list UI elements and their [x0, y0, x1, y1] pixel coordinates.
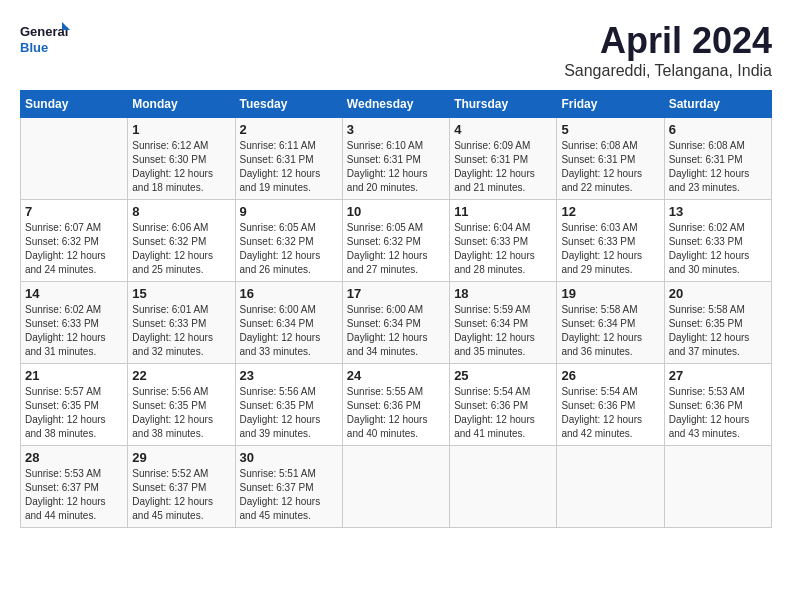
day-info: Sunrise: 6:06 AM Sunset: 6:32 PM Dayligh… [132, 221, 230, 277]
day-info: Sunrise: 5:53 AM Sunset: 6:36 PM Dayligh… [669, 385, 767, 441]
day-info: Sunrise: 6:05 AM Sunset: 6:32 PM Dayligh… [240, 221, 338, 277]
calendar-cell: 30Sunrise: 5:51 AM Sunset: 6:37 PM Dayli… [235, 446, 342, 528]
calendar-cell: 7Sunrise: 6:07 AM Sunset: 6:32 PM Daylig… [21, 200, 128, 282]
calendar-cell: 15Sunrise: 6:01 AM Sunset: 6:33 PM Dayli… [128, 282, 235, 364]
day-info: Sunrise: 5:58 AM Sunset: 6:35 PM Dayligh… [669, 303, 767, 359]
day-number: 23 [240, 368, 338, 383]
col-header-saturday: Saturday [664, 91, 771, 118]
day-number: 13 [669, 204, 767, 219]
day-number: 18 [454, 286, 552, 301]
day-info: Sunrise: 5:56 AM Sunset: 6:35 PM Dayligh… [132, 385, 230, 441]
day-info: Sunrise: 6:11 AM Sunset: 6:31 PM Dayligh… [240, 139, 338, 195]
day-info: Sunrise: 6:10 AM Sunset: 6:31 PM Dayligh… [347, 139, 445, 195]
day-info: Sunrise: 6:03 AM Sunset: 6:33 PM Dayligh… [561, 221, 659, 277]
day-number: 19 [561, 286, 659, 301]
day-info: Sunrise: 5:57 AM Sunset: 6:35 PM Dayligh… [25, 385, 123, 441]
svg-text:General: General [20, 24, 68, 39]
calendar-cell: 6Sunrise: 6:08 AM Sunset: 6:31 PM Daylig… [664, 118, 771, 200]
calendar-cell: 9Sunrise: 6:05 AM Sunset: 6:32 PM Daylig… [235, 200, 342, 282]
calendar-cell: 29Sunrise: 5:52 AM Sunset: 6:37 PM Dayli… [128, 446, 235, 528]
page-header: General Blue April 2024 Sangareddi, Tela… [20, 20, 772, 80]
day-info: Sunrise: 6:00 AM Sunset: 6:34 PM Dayligh… [347, 303, 445, 359]
calendar-cell: 10Sunrise: 6:05 AM Sunset: 6:32 PM Dayli… [342, 200, 449, 282]
day-number: 28 [25, 450, 123, 465]
title-block: April 2024 Sangareddi, Telangana, India [564, 20, 772, 80]
day-number: 15 [132, 286, 230, 301]
day-number: 25 [454, 368, 552, 383]
day-number: 8 [132, 204, 230, 219]
day-info: Sunrise: 5:59 AM Sunset: 6:34 PM Dayligh… [454, 303, 552, 359]
calendar-cell: 27Sunrise: 5:53 AM Sunset: 6:36 PM Dayli… [664, 364, 771, 446]
calendar-cell: 12Sunrise: 6:03 AM Sunset: 6:33 PM Dayli… [557, 200, 664, 282]
location-title: Sangareddi, Telangana, India [564, 62, 772, 80]
week-row-4: 21Sunrise: 5:57 AM Sunset: 6:35 PM Dayli… [21, 364, 772, 446]
calendar-cell: 20Sunrise: 5:58 AM Sunset: 6:35 PM Dayli… [664, 282, 771, 364]
calendar-cell: 18Sunrise: 5:59 AM Sunset: 6:34 PM Dayli… [450, 282, 557, 364]
day-info: Sunrise: 5:52 AM Sunset: 6:37 PM Dayligh… [132, 467, 230, 523]
logo: General Blue [20, 20, 70, 62]
calendar-cell [450, 446, 557, 528]
day-number: 6 [669, 122, 767, 137]
week-row-5: 28Sunrise: 5:53 AM Sunset: 6:37 PM Dayli… [21, 446, 772, 528]
calendar-cell: 3Sunrise: 6:10 AM Sunset: 6:31 PM Daylig… [342, 118, 449, 200]
day-number: 29 [132, 450, 230, 465]
calendar-cell: 2Sunrise: 6:11 AM Sunset: 6:31 PM Daylig… [235, 118, 342, 200]
day-number: 10 [347, 204, 445, 219]
calendar-cell: 25Sunrise: 5:54 AM Sunset: 6:36 PM Dayli… [450, 364, 557, 446]
day-info: Sunrise: 5:55 AM Sunset: 6:36 PM Dayligh… [347, 385, 445, 441]
calendar-cell [664, 446, 771, 528]
col-header-monday: Monday [128, 91, 235, 118]
day-info: Sunrise: 5:51 AM Sunset: 6:37 PM Dayligh… [240, 467, 338, 523]
col-header-tuesday: Tuesday [235, 91, 342, 118]
calendar-cell [342, 446, 449, 528]
day-number: 21 [25, 368, 123, 383]
day-number: 12 [561, 204, 659, 219]
day-info: Sunrise: 6:05 AM Sunset: 6:32 PM Dayligh… [347, 221, 445, 277]
day-number: 2 [240, 122, 338, 137]
calendar-cell: 11Sunrise: 6:04 AM Sunset: 6:33 PM Dayli… [450, 200, 557, 282]
day-number: 14 [25, 286, 123, 301]
calendar-cell: 22Sunrise: 5:56 AM Sunset: 6:35 PM Dayli… [128, 364, 235, 446]
day-info: Sunrise: 5:56 AM Sunset: 6:35 PM Dayligh… [240, 385, 338, 441]
day-number: 7 [25, 204, 123, 219]
calendar-cell: 24Sunrise: 5:55 AM Sunset: 6:36 PM Dayli… [342, 364, 449, 446]
day-number: 3 [347, 122, 445, 137]
day-info: Sunrise: 6:08 AM Sunset: 6:31 PM Dayligh… [669, 139, 767, 195]
day-info: Sunrise: 6:12 AM Sunset: 6:30 PM Dayligh… [132, 139, 230, 195]
day-number: 30 [240, 450, 338, 465]
day-number: 1 [132, 122, 230, 137]
calendar-cell: 4Sunrise: 6:09 AM Sunset: 6:31 PM Daylig… [450, 118, 557, 200]
day-number: 4 [454, 122, 552, 137]
month-title: April 2024 [564, 20, 772, 62]
col-header-friday: Friday [557, 91, 664, 118]
calendar-cell [21, 118, 128, 200]
day-info: Sunrise: 6:08 AM Sunset: 6:31 PM Dayligh… [561, 139, 659, 195]
logo-svg: General Blue [20, 20, 70, 62]
col-header-thursday: Thursday [450, 91, 557, 118]
day-info: Sunrise: 6:02 AM Sunset: 6:33 PM Dayligh… [25, 303, 123, 359]
day-info: Sunrise: 6:07 AM Sunset: 6:32 PM Dayligh… [25, 221, 123, 277]
day-number: 20 [669, 286, 767, 301]
day-number: 11 [454, 204, 552, 219]
day-info: Sunrise: 6:01 AM Sunset: 6:33 PM Dayligh… [132, 303, 230, 359]
calendar-cell [557, 446, 664, 528]
calendar-cell: 17Sunrise: 6:00 AM Sunset: 6:34 PM Dayli… [342, 282, 449, 364]
calendar-table: SundayMondayTuesdayWednesdayThursdayFrid… [20, 90, 772, 528]
calendar-cell: 23Sunrise: 5:56 AM Sunset: 6:35 PM Dayli… [235, 364, 342, 446]
calendar-cell: 13Sunrise: 6:02 AM Sunset: 6:33 PM Dayli… [664, 200, 771, 282]
week-row-2: 7Sunrise: 6:07 AM Sunset: 6:32 PM Daylig… [21, 200, 772, 282]
day-number: 27 [669, 368, 767, 383]
calendar-header-row: SundayMondayTuesdayWednesdayThursdayFrid… [21, 91, 772, 118]
day-info: Sunrise: 6:00 AM Sunset: 6:34 PM Dayligh… [240, 303, 338, 359]
day-number: 24 [347, 368, 445, 383]
svg-text:Blue: Blue [20, 40, 48, 55]
calendar-cell: 16Sunrise: 6:00 AM Sunset: 6:34 PM Dayli… [235, 282, 342, 364]
day-info: Sunrise: 6:09 AM Sunset: 6:31 PM Dayligh… [454, 139, 552, 195]
day-info: Sunrise: 5:53 AM Sunset: 6:37 PM Dayligh… [25, 467, 123, 523]
calendar-cell: 28Sunrise: 5:53 AM Sunset: 6:37 PM Dayli… [21, 446, 128, 528]
day-number: 5 [561, 122, 659, 137]
week-row-1: 1Sunrise: 6:12 AM Sunset: 6:30 PM Daylig… [21, 118, 772, 200]
day-number: 9 [240, 204, 338, 219]
calendar-cell: 14Sunrise: 6:02 AM Sunset: 6:33 PM Dayli… [21, 282, 128, 364]
calendar-cell: 5Sunrise: 6:08 AM Sunset: 6:31 PM Daylig… [557, 118, 664, 200]
